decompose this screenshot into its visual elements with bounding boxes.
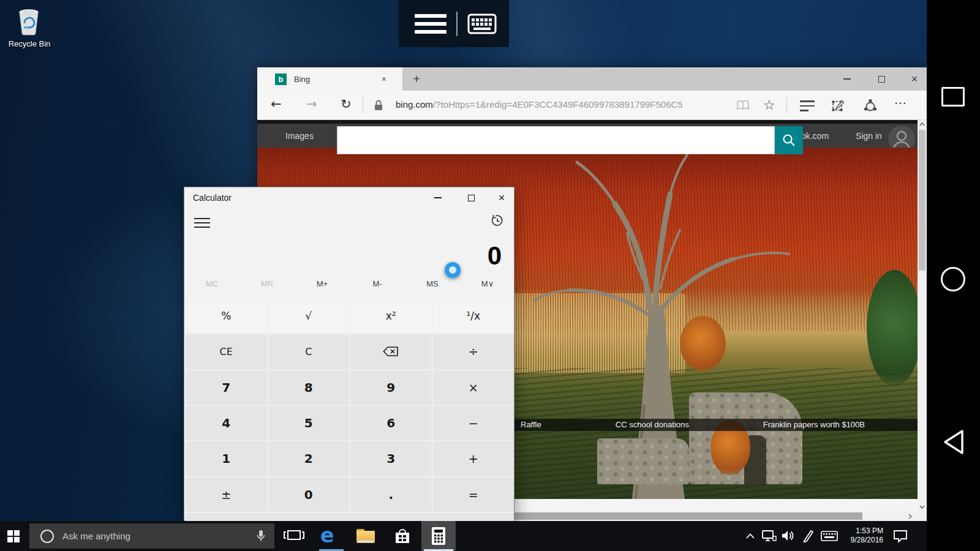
favorites-star-icon[interactable]: ☆ [763,97,775,113]
bing-nav-images[interactable]: Images [285,131,314,141]
bing-search-input[interactable] [337,126,775,154]
taskbar-search-box[interactable]: Ask me anything [29,523,274,549]
vertical-scroll-thumb[interactable] [919,130,925,271]
share-icon[interactable] [864,99,877,112]
bing-nav-sign-in[interactable]: Sign in [856,131,882,141]
key-6[interactable]: 6 [350,406,432,440]
keypad-filler [186,513,514,521]
close-icon: × [499,192,505,204]
toolbar-divider [456,12,458,36]
memory-subtract-button[interactable]: M- [350,279,405,299]
key-0[interactable]: 0 [268,478,350,512]
recycle-bin-label: Recycle Bin [0,39,59,48]
calculator-close-button[interactable]: × [489,189,514,207]
edge-toolbar: ← → ↻ bing.com/?toHttps=1&redig=4E0F3CC4… [257,91,927,120]
connection-menu-icon[interactable] [415,10,447,38]
memory-flyout-button[interactable]: M∨ [460,279,515,299]
reading-view-icon[interactable] [736,100,750,111]
news-headline[interactable]: CC school donations [616,420,689,429]
maximize-icon [468,195,475,201]
recycle-bin[interactable]: Recycle Bin [0,5,59,53]
memory-recall-button[interactable]: MR [239,279,295,299]
web-note-icon[interactable] [832,99,845,112]
key-2[interactable]: 2 [268,441,350,476]
new-tab-button[interactable]: + [404,67,429,91]
vertical-scrollbar[interactable] [918,120,927,511]
phone-screen: Recycle Bin b Bing × + × ← → ↻ [0,0,980,551]
key-divide[interactable]: ÷ [433,334,514,369]
microphone-icon[interactable] [256,530,266,542]
more-options-icon[interactable]: ⋯ [894,96,907,110]
hub-icon[interactable] [800,100,815,111]
address-bar[interactable]: bing.com/?toHttps=1&redig=4E0F3CC4349F46… [396,99,714,110]
key-equals[interactable]: = [433,478,514,512]
url-host: bing.com [396,99,433,110]
key-7[interactable]: 7 [186,370,267,405]
key-4[interactable]: 4 [186,406,267,440]
keyboard-icon[interactable] [467,13,497,34]
tray-chevron-up-icon[interactable] [746,533,755,539]
news-headline[interactable]: Franklin papers worth $100B [763,420,865,429]
key-5[interactable]: 5 [268,406,350,440]
tab-title: Bing [294,75,310,84]
bing-search-button[interactable] [775,126,803,154]
memory-store-button[interactable]: MS [405,279,460,299]
store-bag-icon [394,527,410,545]
key-percent[interactable]: % [186,299,267,333]
scroll-down-arrow[interactable] [918,503,927,511]
forward-icon[interactable]: → [306,97,317,111]
key-sqrt[interactable]: √ [268,299,350,333]
orange-bush-1 [680,316,726,371]
android-back-button[interactable] [940,429,966,455]
windows-ink-pen-icon[interactable] [802,529,815,542]
key-backspace[interactable] [350,334,432,369]
action-center-icon[interactable] [893,530,908,542]
taskbar-edge-button[interactable]: e [320,525,334,545]
volume-icon[interactable] [782,530,795,542]
android-recents-button[interactable] [941,87,965,107]
news-headline[interactable]: Raffle [521,420,541,429]
memory-add-button[interactable]: M+ [295,279,350,299]
calculator-maximize-button[interactable] [459,189,483,207]
taskbar-store-button[interactable] [394,527,410,548]
tab-close-icon[interactable]: × [382,74,386,84]
key-multiply[interactable]: × [433,370,514,405]
back-icon[interactable]: ← [271,97,282,111]
key-reciprocal[interactable]: ¹/x [433,299,514,333]
key-add[interactable]: + [433,441,514,476]
toolbar-separator-2 [786,97,787,113]
refresh-icon[interactable]: ↻ [341,97,352,111]
task-view-button[interactable] [284,530,304,540]
key-negate[interactable]: ± [186,478,267,512]
minimize-icon [434,197,442,198]
taskbar-calculator-button[interactable] [432,527,445,547]
edge-maximize-button[interactable] [867,67,895,91]
key-9[interactable]: 9 [350,370,432,405]
scroll-up-arrow[interactable] [918,120,927,129]
android-home-button[interactable] [941,267,965,291]
key-1[interactable]: 1 [186,441,267,476]
calculator-menu-icon[interactable] [194,215,210,231]
edge-close-button[interactable]: × [900,67,929,91]
calculator-title-bar[interactable]: Calculator × [184,187,514,208]
start-button[interactable] [7,530,20,542]
tab-bing[interactable]: b Bing × [257,67,402,91]
network-icon[interactable] [762,530,777,542]
touch-keyboard-icon[interactable] [821,531,838,541]
key-square[interactable]: x² [350,299,432,333]
key-8[interactable]: 8 [268,370,350,405]
memory-clear-button[interactable]: MC [184,279,239,299]
taskbar-file-explorer-button[interactable] [356,529,375,543]
history-icon[interactable] [491,214,504,228]
home-circle-icon [941,267,965,291]
key-clear[interactable]: C [268,334,350,369]
clock-date: 9/28/2016 [844,536,883,545]
calculator-minimize-button[interactable] [426,189,450,207]
edge-minimize-button[interactable] [833,67,861,91]
key-subtract[interactable]: − [433,406,514,440]
taskbar-clock[interactable]: 1:53 PM 9/28/2016 [844,527,883,545]
key-3[interactable]: 3 [350,441,432,476]
scroll-right-arrow[interactable] [905,511,915,521]
key-decimal[interactable]: . [350,478,432,512]
key-clear-entry[interactable]: CE [186,334,267,369]
